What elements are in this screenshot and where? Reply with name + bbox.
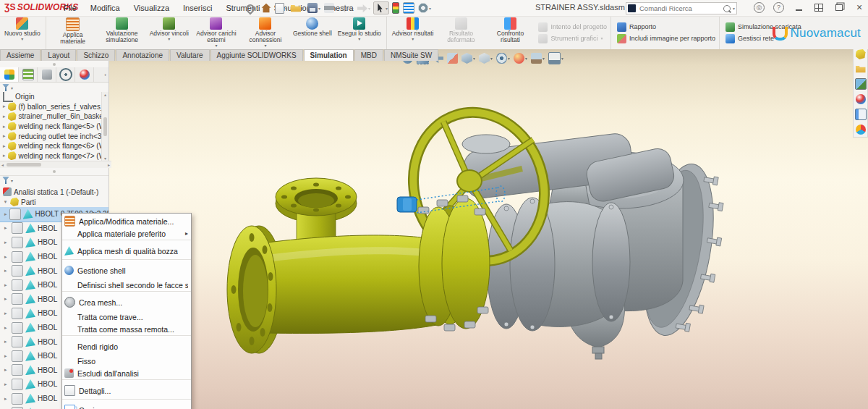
command-tab[interactable]: Annotazione xyxy=(116,49,169,61)
expand-arrow-icon[interactable]: ▸ xyxy=(4,296,9,302)
ribbon-button[interactable]: Advisor carichi esterni ▾ xyxy=(192,16,241,49)
file-explorer-icon[interactable] xyxy=(856,64,866,74)
search-icon[interactable] xyxy=(723,5,731,12)
hud-button[interactable]: ▾ xyxy=(461,53,475,64)
expand-arrow-icon[interactable]: ▸ xyxy=(3,104,6,109)
manager-pane-tab[interactable] xyxy=(75,67,94,82)
scrollbar-thumb[interactable] xyxy=(103,117,107,136)
expand-arrow-icon[interactable]: ▸ xyxy=(4,240,9,245)
quick-access-button[interactable]: ▾ xyxy=(340,2,354,14)
context-menu-item[interactable]: Applica mesh di qualità bozza ▸ xyxy=(62,240,191,259)
menu-item[interactable]: Visualizza xyxy=(134,4,169,12)
manager-pane-tab[interactable] xyxy=(19,67,38,82)
command-search[interactable]: ▾ xyxy=(626,2,737,14)
design-library-icon[interactable] xyxy=(856,49,866,59)
hud-button[interactable]: ▾ xyxy=(531,53,545,64)
quick-access-button[interactable]: ▾ xyxy=(274,2,288,14)
expand-arrow-icon[interactable]: ▸ xyxy=(4,254,9,260)
ribbon-button[interactable]: Advisor connessioni ▾ xyxy=(241,16,290,49)
quick-access-button[interactable]: ▾ xyxy=(402,1,415,14)
menu-item[interactable]: Inserisci xyxy=(183,4,212,12)
study-root-item[interactable]: Analisi statica 1 (-Default-) xyxy=(0,187,109,197)
ribbon-button[interactable]: Nuovo studio ▾ xyxy=(1,16,46,49)
quick-access-button[interactable]: ▾ xyxy=(290,2,305,14)
study-tree-filter[interactable]: ▾ xyxy=(0,175,111,185)
ribbon-button[interactable]: Esegui lo studio ▾ xyxy=(335,16,387,49)
context-menu-item[interactable]: Rendi rigido ▸ xyxy=(62,335,191,355)
feature-tree-item[interactable]: ▸ welding neck flange<7> (WNeck f xyxy=(0,151,102,161)
ribbon-small-button[interactable]: Intento del progetto ▾ xyxy=(538,22,607,32)
feature-tree-item[interactable]: ▸ Origin xyxy=(0,92,102,102)
command-tab[interactable]: MBD xyxy=(354,49,383,61)
context-menu-item[interactable]: Tratta come massa remota... ▸ xyxy=(62,323,191,335)
ribbon-button[interactable]: Confronto risultati ▾ xyxy=(485,16,535,49)
close-button[interactable]: × xyxy=(854,1,865,13)
feature-tree-item[interactable]: ▸ (f) ballon_series_f_valves_w_hwhe xyxy=(0,102,102,112)
scroll-up-icon[interactable]: ▴ xyxy=(104,92,106,97)
window-layout-button[interactable] xyxy=(813,1,825,13)
expand-arrow-icon[interactable]: ▸ xyxy=(4,339,9,345)
expand-arrow-icon[interactable]: ▸ xyxy=(4,381,9,387)
expand-arrow-icon[interactable]: ▸ xyxy=(4,282,9,288)
3d-model-strainer-valve-assembly[interactable] xyxy=(109,61,868,409)
command-tab[interactable]: Simulation xyxy=(304,49,354,61)
context-menu-item[interactable]: Applica materiale preferito ▸ xyxy=(62,227,191,240)
tree-filter[interactable]: ▾ xyxy=(0,83,109,93)
quick-access-button[interactable]: ▾ xyxy=(307,2,321,14)
collapse-arrow-icon[interactable]: ▾ xyxy=(3,199,8,205)
context-menu-item[interactable]: Crea mesh... ▸ xyxy=(62,291,191,311)
nuovamacut-addin-icon[interactable] xyxy=(856,125,866,135)
hud-button[interactable]: ▾ xyxy=(548,52,563,64)
hud-button[interactable]: ▾ xyxy=(447,53,458,64)
quick-access-button[interactable]: ▾ xyxy=(417,2,432,14)
command-tab[interactable]: NMSuite SW xyxy=(384,49,438,61)
feature-tree-item[interactable]: ▸ reducing outlet tee inch<3> (RTee xyxy=(0,131,102,141)
search-input[interactable] xyxy=(638,4,721,13)
ribbon-button[interactable]: Valutazione simulazione ▾ xyxy=(98,16,147,49)
expand-arrow-icon[interactable]: ▸ xyxy=(4,211,7,217)
quick-access-button[interactable]: ▾ xyxy=(323,2,338,14)
context-menu-item[interactable]: Definisci shell secondo le facce selezio… xyxy=(62,279,191,291)
menu-item[interactable]: Modifica xyxy=(90,4,120,12)
minimize-button[interactable] xyxy=(793,1,804,13)
ribbon-button[interactable]: Risultato deformato ▾ xyxy=(436,16,485,49)
expand-arrow-icon[interactable]: ▸ xyxy=(3,124,6,130)
user-account-icon[interactable]: ◎ xyxy=(754,2,765,13)
help-icon[interactable]: ? xyxy=(773,2,784,13)
scrollbar-thumb[interactable] xyxy=(7,163,41,166)
hud-button[interactable]: ▾ xyxy=(496,53,510,64)
command-tab[interactable]: Layout xyxy=(41,49,76,61)
scroll-down-icon[interactable]: ▾ xyxy=(104,156,106,161)
hud-button[interactable]: ▾ xyxy=(514,53,527,64)
panel-splitter-handle[interactable] xyxy=(0,61,109,67)
expand-arrow-icon[interactable]: ▸ xyxy=(3,143,6,149)
command-tab[interactable]: Assieme xyxy=(0,49,41,61)
context-menu-item[interactable]: Gestione shell ▸ xyxy=(62,259,191,279)
manager-pane-tab[interactable] xyxy=(56,67,75,82)
context-menu-item[interactable]: Dettagli... ▸ xyxy=(62,379,191,399)
parts-folder-item[interactable]: ▾ Parti xyxy=(0,197,109,207)
expand-arrow-icon[interactable]: ▸ xyxy=(4,325,9,331)
expand-arrow-icon[interactable]: ▸ xyxy=(3,114,6,119)
ribbon-small-button[interactable]: Includi immagine per rapporto xyxy=(617,34,715,43)
expand-arrow-icon[interactable]: ▸ xyxy=(3,153,6,159)
pane-overflow-arrow[interactable]: › xyxy=(94,67,109,82)
expand-arrow-icon[interactable]: ▸ xyxy=(4,353,9,359)
ribbon-small-button[interactable]: Rapporto xyxy=(617,22,715,32)
manager-pane-tab[interactable] xyxy=(0,67,19,82)
ribbon-small-button[interactable]: Strumenti grafici ▾ xyxy=(538,34,607,43)
expand-arrow-icon[interactable]: ▸ xyxy=(4,311,9,316)
view-palette-icon[interactable] xyxy=(855,78,867,90)
command-tab[interactable]: Valutare xyxy=(170,49,210,61)
context-menu-item[interactable]: Fisso ▸ xyxy=(62,355,191,367)
custom-properties-icon[interactable] xyxy=(855,109,867,120)
context-menu-item[interactable]: Tratta come trave... ▸ xyxy=(62,311,191,323)
context-menu-item[interactable]: Escludi dall'analisi ▸ xyxy=(62,367,191,379)
ribbon-button[interactable]: Advisor vincoli ▾ xyxy=(147,16,192,49)
menu-item[interactable]: File xyxy=(64,4,77,12)
expand-arrow-icon[interactable]: ▸ xyxy=(4,268,9,274)
restore-button[interactable] xyxy=(833,1,845,13)
command-tab[interactable]: Aggiunte SOLIDWORKS xyxy=(210,49,303,61)
ribbon-button[interactable]: Advisor risultati ▾ xyxy=(389,16,437,49)
context-menu-item[interactable]: Applica/Modifica materiale... ▸ xyxy=(62,215,191,227)
